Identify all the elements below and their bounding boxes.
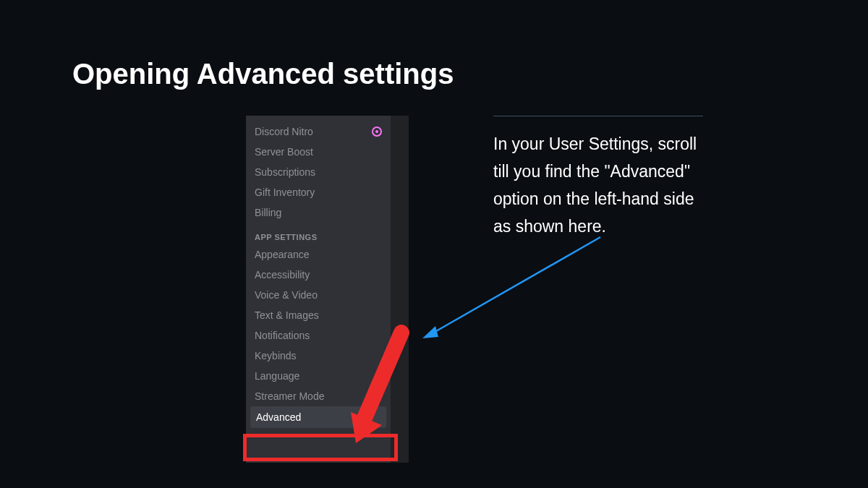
sidebar-item-label: Streamer Mode bbox=[255, 390, 324, 402]
sidebar-item-accessibility[interactable]: Accessibility bbox=[246, 265, 391, 285]
sidebar-item-notifications[interactable]: Notifications bbox=[246, 325, 391, 346]
sidebar-item-discord-nitro[interactable]: Discord Nitro bbox=[246, 121, 391, 142]
instruction-text: In your User Settings, scroll till you f… bbox=[493, 131, 703, 241]
sidebar-item-label: Text & Images bbox=[255, 309, 319, 321]
sidebar-item-label: Subscriptions bbox=[255, 166, 315, 178]
sidebar-item-label: Billing bbox=[255, 207, 281, 218]
svg-line-3 bbox=[431, 237, 600, 334]
divider bbox=[493, 116, 703, 116]
sidebar-item-voice-video[interactable]: Voice & Video bbox=[246, 285, 391, 305]
sidebar-item-subscriptions[interactable]: Subscriptions bbox=[246, 162, 391, 182]
sidebar-item-label: Voice & Video bbox=[255, 289, 318, 301]
settings-sidebar: Discord Nitro Server Boost Subscriptions… bbox=[246, 116, 391, 463]
slide-title: Opening Advanced settings bbox=[72, 58, 454, 90]
sidebar-item-keybinds[interactable]: Keybinds bbox=[246, 346, 391, 366]
sidebar-item-label: Advanced bbox=[256, 411, 301, 423]
sidebar-item-server-boost[interactable]: Server Boost bbox=[246, 142, 391, 162]
sidebar-item-streamer-mode[interactable]: Streamer Mode bbox=[246, 386, 391, 406]
sidebar-item-label: Accessibility bbox=[255, 269, 310, 281]
sidebar-item-label: Language bbox=[255, 370, 299, 382]
sidebar-item-text-images[interactable]: Text & Images bbox=[246, 305, 391, 325]
sidebar-item-language[interactable]: Language bbox=[246, 366, 391, 386]
sidebar-item-billing[interactable]: Billing bbox=[246, 202, 391, 223]
sidebar-item-label: Server Boost bbox=[255, 146, 313, 158]
sidebar-item-label: Discord Nitro bbox=[255, 126, 313, 137]
scrollbar-track[interactable] bbox=[391, 116, 409, 463]
section-header-app-settings: APP SETTINGS bbox=[246, 223, 391, 244]
sidebar-item-appearance[interactable]: Appearance bbox=[246, 244, 391, 265]
sidebar-item-label: Appearance bbox=[255, 249, 310, 260]
sidebar-item-gift-inventory[interactable]: Gift Inventory bbox=[246, 182, 391, 202]
instruction-panel: In your User Settings, scroll till you f… bbox=[493, 116, 703, 241]
sidebar-item-label: Gift Inventory bbox=[255, 187, 315, 198]
sidebar-item-label: Notifications bbox=[255, 330, 310, 341]
discord-settings-panel: Discord Nitro Server Boost Subscriptions… bbox=[246, 116, 409, 463]
annotation-blue-arrow bbox=[420, 231, 608, 343]
svg-marker-4 bbox=[422, 326, 438, 338]
sidebar-item-advanced[interactable]: Advanced bbox=[250, 406, 386, 428]
nitro-icon bbox=[372, 127, 382, 137]
sidebar-item-label: Keybinds bbox=[255, 350, 297, 361]
